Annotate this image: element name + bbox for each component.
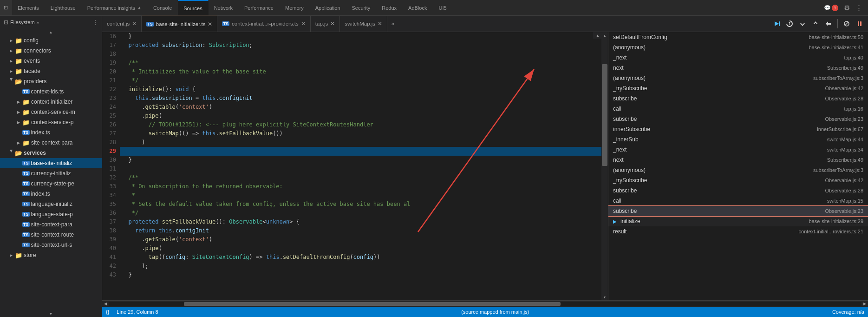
sidebar-options-button[interactable]: ⋮ — [92, 19, 98, 26]
file-tab-content-js[interactable]: content.js ✕ — [102, 16, 142, 32]
tab-lighthouse[interactable]: Lighthouse — [45, 0, 82, 15]
sidebar-item-providers[interactable]: ▶ 📂 providers — [0, 76, 102, 86]
call-stack-item-result[interactable]: result context-initial...roviders.ts:21 — [608, 226, 868, 237]
file-tab-tap-js[interactable]: tap.js ✕ — [311, 16, 340, 32]
debug-step-over-btn[interactable] — [784, 18, 795, 29]
sidebar-item-site-context-route[interactable]: TS site-context-route — [0, 230, 102, 240]
sidebar-item-services-index[interactable]: TS index.ts — [0, 189, 102, 199]
call-stack-item-setdefaultfromconfig[interactable]: setDefaultFromConfig base-site-initializ… — [608, 32, 868, 42]
status-position[interactable]: Line 29, Column 8 — [117, 309, 158, 315]
hscroll-track[interactable] — [109, 302, 861, 306]
call-stack-item-anonymous-2[interactable]: (anonymous) subscriberToArray.js:3 — [608, 73, 868, 83]
tab-performance-insights[interactable]: Performance insights ▲ — [82, 0, 148, 15]
sidebar-item-facade[interactable]: ▶ 📁 facade — [0, 66, 102, 76]
sidebar-item-language-state-p[interactable]: TS language-state-p — [0, 209, 102, 219]
call-stack-item-initialize[interactable]: ▶ initialize base-site-initializer.ts:29 — [608, 216, 868, 226]
status-curly-braces[interactable]: {} — [106, 309, 109, 315]
sidebar-item-language-initializ[interactable]: TS language-initializ — [0, 199, 102, 209]
call-stack-item-subscribe-selected[interactable]: subscribe Observable.js:23 — [608, 206, 868, 216]
debug-step-out-btn[interactable] — [810, 18, 821, 29]
call-stack-item-innersubscribe[interactable]: innerSubscribe innerSubscribe.js:67 — [608, 124, 868, 134]
sidebar-item-providers-index[interactable]: TS index.ts — [0, 127, 102, 138]
hscroll-thumb[interactable] — [184, 302, 561, 306]
sidebar-item-context-ids[interactable]: TS context-ids.ts — [0, 86, 102, 97]
hscroll-right-btn[interactable]: ▶ — [861, 302, 868, 306]
file-tab-actions — [768, 18, 868, 29]
call-stack-item-call-switchmap[interactable]: call switchMap.js:15 — [608, 196, 868, 206]
file-tab-switchmap-js[interactable]: switchMap.js ✕ — [340, 16, 387, 32]
call-stack-item-next-tap[interactable]: _next tap.js:40 — [608, 53, 868, 63]
tab-sources[interactable]: Sources — [178, 0, 208, 15]
sidebar-scroll-up-btn[interactable]: ▲ — [0, 29, 102, 35]
call-stack-item-subscribe-1[interactable]: subscribe Observable.js:28 — [608, 93, 868, 104]
sidebar-item-store[interactable]: ▶ 📁 store — [0, 250, 102, 260]
call-stack-item-call-tap[interactable]: call tap.js:16 — [608, 104, 868, 114]
file-tab-close-btn[interactable]: ✕ — [132, 20, 137, 27]
call-stack-item-next-subscriber-2[interactable]: next Subscriber.js:49 — [608, 155, 868, 165]
file-tab-close-btn[interactable]: ✕ — [378, 20, 382, 27]
call-stack-item-trysubscribe-1[interactable]: _trySubscribe Observable.js:42 — [608, 83, 868, 93]
tab-console[interactable]: Console — [148, 0, 178, 15]
code-scroll-up-btn[interactable]: ▲ — [593, 32, 602, 39]
call-stack-item-trysubscribe-2[interactable]: _trySubscribe Observable.js:42 — [608, 175, 868, 185]
debug-step-into-btn[interactable] — [797, 18, 808, 29]
sidebar-item-services[interactable]: ▶ 📂 services — [0, 148, 102, 158]
ts-file-icon: TS — [22, 161, 30, 165]
sidebar-item-site-context-para-providers[interactable]: ▶ 📁 site-context-para — [0, 138, 102, 148]
sidebar-item-events[interactable]: ▶ 📁 events — [0, 56, 102, 66]
tab-performance[interactable]: Performance — [239, 0, 280, 15]
debug-resume-btn[interactable] — [771, 18, 782, 29]
tab-application[interactable]: Application — [310, 0, 346, 15]
code-editor[interactable]: ▲ 16 17 18 19 20 21 22 23 24 25 26 — [102, 32, 608, 300]
chat-button[interactable]: 💬 1 — [822, 4, 840, 12]
sidebar-expand-icon[interactable]: » — [37, 20, 39, 25]
vscroll-up-btn[interactable]: ▲ — [601, 32, 608, 39]
code-content[interactable]: } protected subscription: Subscription; … — [120, 32, 601, 300]
call-stack-item-next-subscriber[interactable]: next Subscriber.js:49 — [608, 63, 868, 73]
panel-toggle-btn[interactable]: ⊡ — [0, 0, 12, 15]
more-menu-button[interactable]: ⋮ — [854, 4, 864, 12]
call-stack-item-subscribe-3[interactable]: subscribe Observable.js:28 — [608, 185, 868, 196]
sidebar-item-site-context-url-s[interactable]: TS site-context-url-s — [0, 240, 102, 250]
file-tab-context-initial[interactable]: TS context-initial...r-providers.ts ✕ — [217, 16, 310, 32]
file-tabs-more-btn[interactable]: » — [387, 20, 398, 27]
file-tab-close-btn[interactable]: ✕ — [330, 20, 335, 27]
sidebar-panel-icon[interactable]: ⊡ — [4, 19, 8, 26]
sidebar-scroll-down-btn[interactable]: ▼ — [0, 310, 102, 317]
sidebar-item-config[interactable]: ▶ 📁 config — [0, 35, 102, 46]
code-scrollbar[interactable]: ▲ ▼ — [601, 32, 608, 300]
vscroll-thumb[interactable] — [602, 64, 607, 166]
sidebar-item-context-service-m[interactable]: ▶ 📁 context-service-m — [0, 107, 102, 117]
debug-deactivate-btn[interactable] — [841, 18, 852, 29]
debug-step-next-btn[interactable] — [823, 18, 834, 29]
vscroll-down-btn[interactable]: ▼ — [601, 294, 608, 300]
sidebar-item-currency-state-pe[interactable]: TS currency-state-pe — [0, 178, 102, 189]
tab-ui5[interactable]: UI5 — [433, 0, 452, 15]
file-tab-close-btn[interactable]: ✕ — [301, 20, 306, 27]
tab-elements[interactable]: Elements — [12, 0, 45, 15]
sidebar-item-base-site-initializer[interactable]: TS base-site-initializ — [0, 158, 102, 168]
sidebar-item-connectors[interactable]: ▶ 📁 connectors — [0, 46, 102, 56]
file-tab-close-btn[interactable]: ✕ — [208, 21, 212, 27]
sidebar-item-context-initializer[interactable]: ▶ 📁 context-initializer — [0, 97, 102, 107]
call-stack-item-next-switchmap[interactable]: _next switchMap.js:34 — [608, 145, 868, 155]
file-tab-base-site-initializer[interactable]: TS base-site-initializer.ts ✕ — [142, 16, 217, 32]
call-stack-fn-label: (anonymous) — [613, 75, 646, 81]
tab-security[interactable]: Security — [346, 0, 377, 15]
sidebar-item-context-service-p[interactable]: ▶ 📁 context-service-p — [0, 117, 102, 127]
tab-memory[interactable]: Memory — [280, 0, 310, 15]
call-stack-item-anonymous-3[interactable]: (anonymous) subscriberToArray.js:3 — [608, 165, 868, 175]
call-stack-item-anonymous-1[interactable]: (anonymous) base-site-initializer.ts:41 — [608, 42, 868, 53]
call-stack-list: setDefaultFromConfig base-site-initializ… — [608, 32, 868, 300]
call-stack-item-subscribe-2[interactable]: subscribe Observable.js:23 — [608, 114, 868, 124]
hscroll-left-btn[interactable]: ◀ — [102, 302, 109, 306]
settings-button[interactable]: ⚙ — [842, 4, 852, 12]
tab-adblock[interactable]: AdBlock — [403, 0, 433, 15]
sidebar-item-site-context-para-svc[interactable]: TS site-context-para — [0, 219, 102, 230]
breakpoint-indicator — [120, 149, 176, 156]
tab-network[interactable]: Network — [209, 0, 239, 15]
tab-redux[interactable]: Redux — [376, 0, 403, 15]
call-stack-item-innersub[interactable]: _innerSub switchMap.js:44 — [608, 134, 868, 145]
sidebar-item-currency-initializ[interactable]: TS currency-initializ — [0, 168, 102, 178]
debug-pause-btn[interactable] — [854, 18, 865, 29]
